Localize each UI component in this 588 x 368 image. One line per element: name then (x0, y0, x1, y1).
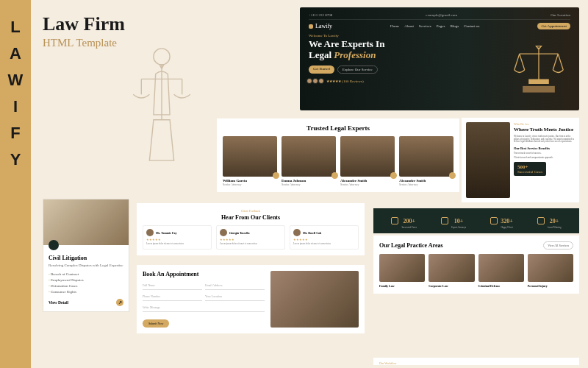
testimonial-card: Mr. Rowll Coh★★★★★Lorem ipsum dolor sit … (290, 225, 359, 250)
practice-card[interactable]: Personal Injury (528, 254, 573, 288)
about-image (466, 122, 510, 198)
testimonial-card: Giorgia Tassella★★★★★Lorem ipsum dolor s… (216, 225, 285, 250)
booking-section: Book An Appointment Full NameEmail Addre… (137, 265, 365, 333)
attorneys-section: Trusted Legal Experts William GarciaSeni… (217, 118, 459, 192)
get-started-button[interactable]: Get Started (309, 66, 334, 74)
case-icon (391, 217, 398, 224)
civil-litigation-card: Civil Litigation Resolving Complex Dispu… (43, 199, 129, 312)
topbar-email: example@gmail.com (426, 13, 457, 17)
submit-button[interactable]: Submit Now (143, 319, 169, 328)
booking-image (270, 271, 359, 328)
booking-title: Book An Appointment (143, 271, 265, 277)
brand-logo: Lawify (309, 23, 332, 29)
location-input[interactable]: Your Location (205, 292, 265, 301)
hero-eyebrow: Welcome To Lawify (309, 34, 570, 38)
svg-rect-1 (529, 79, 548, 83)
attorney-card[interactable]: Emma JohnsonSenior Attorney (282, 136, 336, 186)
email-input[interactable]: Email Address (205, 281, 265, 290)
client-icon (490, 217, 498, 224)
civil-title: Civil Litigation (49, 255, 123, 261)
testimonials-section: Client Feedback Hear From Our Clients Ms… (137, 203, 365, 255)
topbar-location: Our Location (551, 13, 570, 17)
svg-rect-2 (523, 86, 555, 93)
attorney-card[interactable]: Alexander SmithSenior Attorney (399, 136, 453, 186)
stats-bar: 200+Successful Cases 10+Expert Attorneys… (373, 208, 579, 233)
about-title: Where Truth Meets Justice (514, 127, 575, 133)
promo-title: Law Firm (43, 13, 125, 35)
brand-vertical: LAWIFY (0, 0, 31, 368)
practice-card[interactable]: Criminal Defense (478, 254, 524, 288)
civil-image (43, 199, 129, 245)
testimonial-card: Ms. Tammie Fay★★★★★Lorem ipsum dolor sit… (143, 225, 212, 250)
appointment-button[interactable]: Get Appointment (537, 23, 570, 29)
name-input[interactable]: Full Name (143, 281, 202, 290)
practice-areas-section: Our Legal Practice Areas View All Servic… (373, 236, 579, 294)
testimonials-title: Hear From Our Clients (143, 214, 359, 221)
svg-point-0 (154, 49, 170, 65)
award-icon (537, 217, 545, 224)
attorney-icon (441, 217, 448, 224)
phone-input[interactable]: Phone Number (143, 292, 202, 301)
message-input[interactable]: Write Message (143, 303, 265, 312)
main-menu[interactable]: HomeAboutServices PagesBlogsContact us (390, 24, 479, 28)
view-all-button[interactable]: View All Services (543, 241, 573, 250)
attorneys-title: Trusted Legal Experts (223, 124, 453, 132)
lady-justice-illustration (110, 38, 213, 171)
attorney-card[interactable]: Alexander SmithSenior Attorney (340, 136, 395, 186)
attorney-card[interactable]: William GarciaSenior Attorney (223, 136, 277, 186)
workflow-section: Our Workflow (373, 358, 579, 365)
arrow-icon: ↗ (116, 299, 123, 306)
scale-icon (49, 240, 59, 250)
topbar-phone: +1111 222 8798 (309, 13, 332, 17)
practice-card[interactable]: Corporate Law (429, 254, 474, 288)
about-section: Who We Are Where Truth Meets Justice Wel… (462, 118, 579, 202)
hero-preview: +1111 222 8798 example@gmail.com Our Loc… (300, 7, 579, 110)
explore-button[interactable]: Explore Our Service (337, 66, 378, 74)
practice-title: Our Legal Practice Areas (379, 242, 443, 249)
stat-badge: 500+Successful Cases (514, 162, 546, 176)
scales-icon (506, 44, 572, 96)
view-detail-button[interactable]: View Detail↗ (49, 299, 123, 306)
practice-card[interactable]: Family Law (379, 254, 425, 288)
